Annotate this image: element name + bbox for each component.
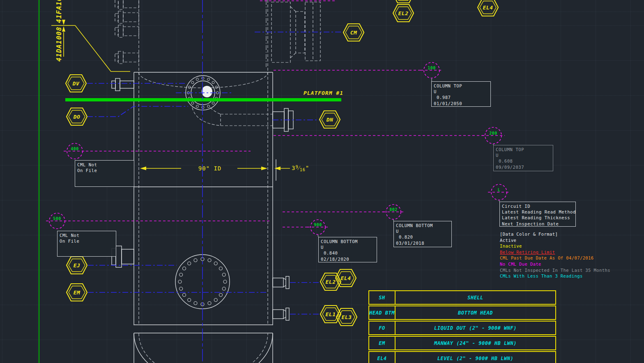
selection-highlight [202,86,212,97]
legend-item-below-retiring: Below Retiring Limit [500,249,610,255]
line-tag-lower: 41DA1008 [55,27,63,62]
cml-bubble-100[interactable]: 100 [423,62,440,78]
cml-bubble-500[interactable]: 500 [49,213,65,229]
nozzle-tag-dv[interactable]: DV [65,74,87,93]
legend-title: [Data Color & Format] [500,231,610,237]
component-table-row[interactable]: SH SHELL [368,290,556,305]
component-table-row[interactable]: EM MANWAY (24" - 900# HB LWN) [368,336,556,350]
cml-data-box-802[interactable]: COLUMN BOTTOM U 0.820 03/01/2018 [393,221,452,247]
cml-not-on-file-box-400[interactable]: CML Not On File [75,160,134,187]
nozzle-tag-el2-mid[interactable]: EL2 [320,272,341,291]
nozzle-tag-ej[interactable]: EJ [66,256,87,275]
legend-item-no-due-date: No CML Due Date [500,261,610,267]
legend-item-inactive: Inactive [500,243,610,249]
cad-viewport: DV DO CM EL2 EL4 DN EJ EM EL4 EL2 EL1 [0,0,644,363]
nozzle-tag-em[interactable]: EM [66,283,87,302]
nozzle-tag-dn[interactable]: DN [319,110,340,129]
cml-data-box-900[interactable]: COLUMN BOTTOM U 0.840 02/18/2020 [318,237,377,262]
line-tag-upper: 41FA10 [55,0,63,23]
component-table-row[interactable]: EL4 LEVEL (2" - 900# HB LWN) [368,351,556,363]
cml-bubble-200[interactable]: 200 [485,127,502,144]
platform-line [65,98,341,101]
inner-diameter-dim: 90" ID [182,165,238,172]
legend-item-not-inspected: CMLs Not Inspected In The Last 35 Months [500,267,610,273]
nozzle-tag-el2-top[interactable]: EL2 [393,4,414,23]
cml-bubble-400[interactable]: 400 [67,143,83,159]
nozzle-tag-do[interactable]: DO [66,107,87,126]
nozzle-tag-partial[interactable] [393,0,414,4]
legend-item-active: Active [500,237,610,244]
nozzle-tag-el4-top[interactable]: EL4 [477,0,499,17]
circuit-key-box[interactable]: Circuit ID Latest Reading Read Method La… [499,202,576,227]
cml-data-box-100[interactable]: COLUMN TOP U 0.987 01/01/2050 [431,81,491,107]
data-color-legend: [Data Color & Format] Active Inactive Be… [500,231,610,279]
wall-thickness-dim: 39⁄16" [292,165,309,172]
legend-item-few-readings: CMLs With Less Than 3 Readings [500,273,610,279]
cml-leaders [46,1,510,227]
nozzle-tag-el3[interactable]: EL3 [336,308,357,326]
component-table-row[interactable]: FO LIQUID OUT (2" - 900# WNF) [368,321,556,335]
legend-item-past-due: CML Past Due Date As Of 04/07/2016 [500,255,610,261]
cml-data-box-200[interactable]: COLUMN TOP U 0.608 09/09/2037 [493,145,553,171]
dimension-arrows [62,20,281,170]
component-table-row[interactable]: HEAD BTM BOTTOM HEAD [368,306,556,320]
nozzle-tag-cm[interactable]: CM [343,23,364,42]
cml-bubble-legend[interactable]: L [491,184,507,200]
component-table: SH SHELL HEAD BTM BOTTOM HEAD FO LIQUID … [368,290,556,363]
platform-label: PLATFORM #1 [288,90,343,96]
cml-not-on-file-box-500[interactable]: CML Not On File [57,231,116,257]
cml-bubble-802[interactable]: 802 [386,204,401,220]
hidden-lines [115,0,320,363]
cml-bubble-900[interactable]: 900 [310,219,326,235]
